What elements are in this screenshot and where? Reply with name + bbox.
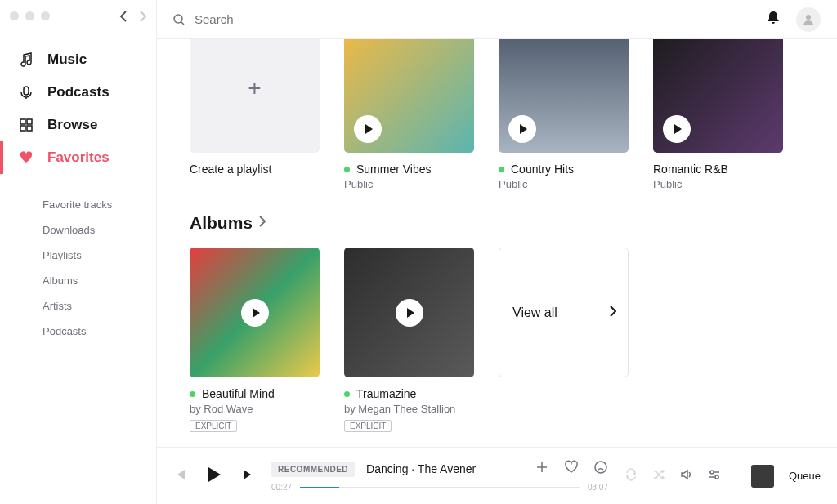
play-button[interactable] — [396, 299, 423, 327]
nav-back-button[interactable] — [119, 10, 128, 18]
sidebar-sub-albums[interactable]: Albums — [0, 268, 156, 293]
progress-fill — [300, 487, 339, 488]
playlist-card-country-hits[interactable]: country hits Country Hits Public — [499, 39, 629, 190]
like-track-button[interactable] — [564, 460, 579, 478]
svg-point-8 — [710, 471, 714, 474]
user-avatar[interactable] — [796, 7, 821, 32]
plus-icon: + — [248, 75, 261, 101]
podcasts-icon — [18, 84, 34, 100]
status-dot — [344, 167, 350, 172]
chevron-right-icon — [610, 306, 616, 320]
svg-rect-0 — [24, 87, 29, 95]
svg-rect-4 — [27, 126, 32, 131]
play-button[interactable] — [241, 299, 269, 327]
next-track-button[interactable] — [242, 468, 255, 484]
album-card-traumazine[interactable]: Traumazine by Megan Thee Stallion EXPLIC… — [344, 248, 474, 432]
volume-button[interactable] — [680, 468, 693, 484]
queue-thumbnail[interactable] — [751, 465, 774, 488]
shuffle-button[interactable] — [652, 468, 665, 484]
sidebar-label-podcasts: Podcasts — [47, 84, 110, 100]
playlist-title: Summer Vibes — [356, 163, 432, 176]
window-close[interactable] — [10, 11, 19, 20]
notifications-button[interactable] — [767, 11, 780, 29]
playlist-title: Romantic R&B — [653, 163, 728, 176]
search-input[interactable] — [195, 12, 752, 26]
progress-slider[interactable] — [300, 487, 580, 488]
status-dot — [190, 391, 195, 397]
settings-button[interactable] — [708, 468, 721, 484]
album-title: Beautiful Mind — [202, 387, 275, 400]
album-card-beautiful-mind[interactable]: Beautiful Mind by Rod Wave EXPLICIT — [190, 248, 320, 432]
add-track-button[interactable] — [535, 460, 549, 478]
view-all-albums-button[interactable]: View all — [499, 248, 629, 377]
sidebar-label-browse: Browse — [47, 117, 97, 133]
previous-track-button[interactable] — [173, 468, 186, 484]
divider — [736, 467, 736, 485]
status-dot — [344, 391, 350, 397]
create-playlist-card[interactable]: + Create a playlist — [190, 39, 320, 190]
section-title: Albums — [190, 213, 253, 233]
album-artist: by Megan Thee Stallion — [344, 403, 474, 415]
total-time: 03:07 — [588, 483, 608, 492]
album-title: Traumazine — [356, 387, 416, 400]
playlist-sub: Public — [653, 178, 783, 190]
svg-point-6 — [806, 15, 811, 20]
elapsed-time: 00:27 — [271, 483, 292, 492]
dislike-track-button[interactable] — [593, 460, 608, 478]
sidebar-label-favorites: Favorites — [47, 149, 110, 166]
recommended-badge: RECOMMENDED — [271, 462, 355, 477]
create-playlist-label: Create a playlist — [190, 163, 271, 176]
sidebar: Music Podcasts Browse Favorites — [0, 0, 157, 504]
playlist-card-romantic-rnb[interactable]: r&b Romantic R&B Public — [653, 39, 783, 190]
playlist-sub: Public — [499, 178, 629, 190]
play-pause-button[interactable] — [204, 465, 224, 488]
nav-forward-button[interactable] — [139, 10, 147, 18]
browse-icon — [18, 117, 34, 133]
play-button[interactable] — [508, 115, 536, 143]
sidebar-label-music: Music — [47, 51, 87, 68]
svg-rect-3 — [20, 126, 25, 131]
svg-rect-2 — [27, 119, 32, 124]
now-playing-track: Dancing · The Avener — [366, 462, 523, 475]
explicit-badge: EXPLICIT — [344, 420, 392, 432]
chevron-right-icon — [259, 216, 266, 230]
player-bar: RECOMMENDED Dancing · The Avener — [157, 447, 837, 504]
album-artist: by Rod Wave — [190, 403, 320, 415]
sidebar-sub-playlists[interactable]: Playlists — [0, 243, 156, 268]
window-maximize[interactable] — [41, 11, 50, 20]
playlist-sub: Public — [344, 178, 474, 190]
header — [157, 0, 837, 39]
view-all-label: View all — [512, 306, 557, 320]
repeat-button[interactable] — [624, 468, 638, 484]
albums-section-header[interactable]: Albums — [190, 213, 804, 233]
explicit-badge: EXPLICIT — [190, 420, 237, 432]
play-button[interactable] — [354, 115, 382, 143]
sidebar-item-podcasts[interactable]: Podcasts — [0, 76, 156, 109]
music-icon — [18, 51, 34, 68]
svg-point-5 — [174, 15, 182, 23]
svg-point-7 — [595, 462, 606, 473]
svg-point-9 — [715, 475, 718, 479]
window-minimize[interactable] — [25, 11, 34, 20]
playlist-card-summer-vibes[interactable]: summer vibes Summer Vibes Public — [344, 39, 474, 190]
queue-button[interactable]: Queue — [789, 470, 821, 482]
sidebar-sub-artists[interactable]: Artists — [0, 293, 156, 319]
status-dot — [499, 167, 504, 172]
play-button[interactable] — [663, 115, 691, 143]
favorites-icon — [18, 149, 34, 166]
playlist-title: Country Hits — [511, 163, 574, 176]
sidebar-sub-downloads[interactable]: Downloads — [0, 217, 156, 243]
search-icon — [173, 14, 185, 25]
sidebar-sub-podcasts[interactable]: Podcasts — [0, 319, 156, 344]
svg-rect-1 — [20, 119, 25, 124]
sidebar-sub-favorite-tracks[interactable]: Favorite tracks — [0, 192, 156, 217]
sidebar-item-favorites[interactable]: Favorites — [0, 141, 156, 174]
sidebar-item-music[interactable]: Music — [0, 43, 156, 76]
sidebar-item-browse[interactable]: Browse — [0, 109, 156, 141]
